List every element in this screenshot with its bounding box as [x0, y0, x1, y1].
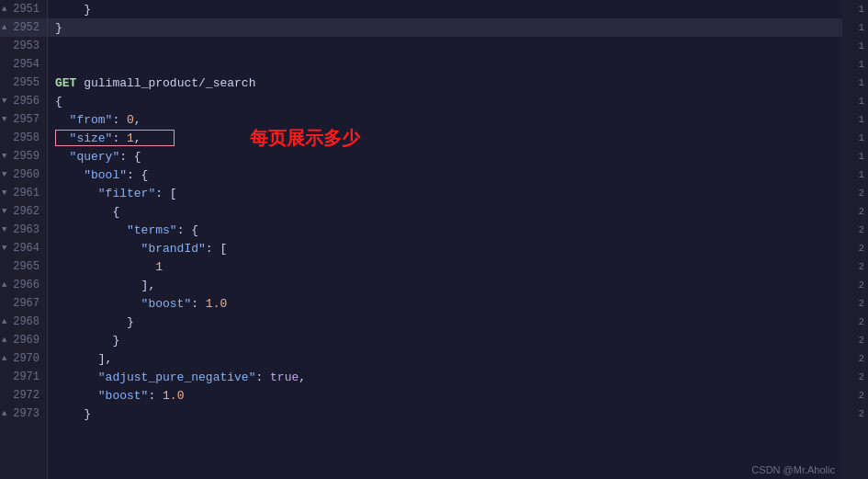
- line-number-2972: 2972: [0, 386, 47, 405]
- line-number-2973: ▲2973: [0, 405, 47, 423]
- code-line-2954: [48, 55, 842, 74]
- fold-arrow[interactable]: ▼: [2, 244, 6, 253]
- code-area: }}GET gulimall_product/_search{ "from": …: [48, 0, 842, 479]
- fold-arrow[interactable]: ▼: [2, 152, 6, 161]
- line-number-2955: 2955: [0, 74, 47, 92]
- line-number-2963: ▼2963: [0, 221, 47, 239]
- fold-arrow[interactable]: ▼: [2, 188, 6, 198]
- code-line-2966: ],: [48, 276, 842, 294]
- minimap-line-num: 1: [844, 92, 868, 110]
- minimap-line-num: 1: [844, 129, 868, 147]
- line-number-2969: ▲2969: [0, 331, 47, 349]
- line-number-2962: ▼2962: [0, 202, 47, 221]
- minimap-line-num: 2: [844, 368, 868, 386]
- fold-arrow[interactable]: ▼: [2, 170, 6, 179]
- minimap-line-num: 1: [844, 147, 868, 165]
- fold-arrow[interactable]: ▲: [2, 23, 6, 32]
- annotation-text: 每页展示多少: [250, 128, 360, 148]
- minimap-line-num: 2: [844, 276, 868, 294]
- line-number-2953: 2953: [0, 37, 47, 55]
- fold-arrow[interactable]: ▲: [2, 5, 6, 14]
- code-line-2962: {: [48, 202, 842, 221]
- fold-arrow[interactable]: ▼: [2, 97, 6, 106]
- line-number-2951: ▲2951: [0, 0, 47, 18]
- code-line-2973: }: [48, 405, 842, 423]
- fold-arrow[interactable]: ▲: [2, 280, 6, 290]
- fold-arrow[interactable]: ▼: [2, 115, 6, 124]
- minimap-line-num: 1: [844, 165, 868, 184]
- right-line-numbers: 11111111112222222222222: [842, 0, 868, 479]
- minimap-line-num: 1: [844, 0, 868, 18]
- code-line-2970: ],: [48, 349, 842, 368]
- line-number-2954: 2954: [0, 55, 47, 74]
- fold-arrow[interactable]: ▼: [2, 207, 6, 216]
- fold-arrow[interactable]: ▲: [2, 317, 6, 326]
- minimap-line-num: 1: [844, 37, 868, 55]
- code-line-2971: "adjust_pure_negative": true,: [48, 368, 842, 386]
- line-number-2957: ▼2957: [0, 110, 47, 129]
- minimap-line-num: 2: [844, 313, 868, 331]
- code-line-2972: "boost": 1.0: [48, 386, 842, 405]
- code-line-2958: "size": 1,每页展示多少: [48, 129, 842, 147]
- fold-arrow[interactable]: ▲: [2, 409, 6, 418]
- code-line-2953: [48, 37, 842, 55]
- minimap-line-num: 2: [844, 184, 868, 202]
- fold-arrow[interactable]: ▲: [2, 354, 6, 363]
- code-line-2951: }: [48, 0, 842, 18]
- watermark: CSDN @Mr.Aholic: [751, 464, 835, 475]
- minimap-line-num: 2: [844, 239, 868, 257]
- code-line-2959: "query": {: [48, 147, 842, 165]
- fold-arrow[interactable]: ▼: [2, 225, 6, 234]
- line-number-2967: 2967: [0, 294, 47, 313]
- line-number-2961: ▼2961: [0, 184, 47, 202]
- line-number-2959: ▼2959: [0, 147, 47, 165]
- minimap-line-num: 1: [844, 110, 868, 129]
- minimap-line-num: 2: [844, 331, 868, 349]
- line-number-2952: ▲2952: [0, 18, 47, 37]
- code-line-2960: "bool": {: [48, 165, 842, 184]
- line-numbers-gutter: ▲2951▲2952295329542955▼2956▼29572958▼295…: [0, 0, 48, 479]
- code-line-2961: "filter": [: [48, 184, 842, 202]
- minimap-line-num: 2: [844, 405, 868, 423]
- code-line-2963: "terms": {: [48, 221, 842, 239]
- minimap-line-num: 1: [844, 55, 868, 74]
- code-line-2964: "brandId": [: [48, 239, 842, 257]
- line-number-2970: ▲2970: [0, 349, 47, 368]
- line-number-2958: 2958: [0, 129, 47, 147]
- minimap-line-num: 2: [844, 257, 868, 276]
- minimap-line-num: 1: [844, 18, 868, 37]
- minimap-line-num: 1: [844, 74, 868, 92]
- line-number-2964: ▼2964: [0, 239, 47, 257]
- minimap-line-num: 2: [844, 294, 868, 313]
- line-number-2960: ▼2960: [0, 165, 47, 184]
- line-number-2956: ▼2956: [0, 92, 47, 110]
- code-line-2955: GET gulimall_product/_search: [48, 74, 842, 92]
- fold-arrow[interactable]: ▲: [2, 336, 6, 345]
- code-line-2957: "from": 0,: [48, 110, 842, 129]
- minimap-line-num: 2: [844, 386, 868, 405]
- code-line-2967: "boost": 1.0: [48, 294, 842, 313]
- minimap-line-num: 2: [844, 221, 868, 239]
- line-number-2966: ▲2966: [0, 276, 47, 294]
- line-number-2968: ▲2968: [0, 313, 47, 331]
- code-line-2952: }: [48, 18, 842, 37]
- line-number-2965: 2965: [0, 257, 47, 276]
- code-line-2956: {: [48, 92, 842, 110]
- code-line-2968: }: [48, 313, 842, 331]
- line-number-2971: 2971: [0, 368, 47, 386]
- minimap-line-num: 2: [844, 202, 868, 221]
- minimap-line-num: 2: [844, 349, 868, 368]
- code-line-2965: 1: [48, 257, 842, 276]
- code-line-2969: }: [48, 331, 842, 349]
